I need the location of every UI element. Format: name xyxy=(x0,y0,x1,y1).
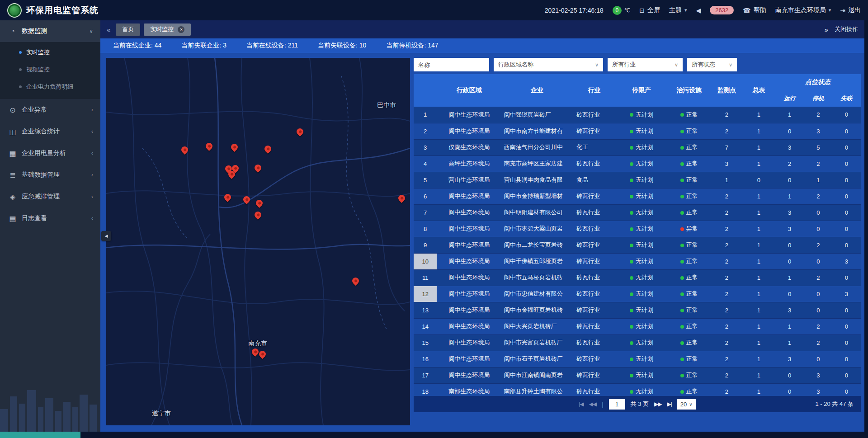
close-operations-button[interactable]: 关闭操作 xyxy=(835,25,858,33)
table-row[interactable]: 2阆中生态环境局阆中市南方节能建材有砖瓦行业无计划正常21030 xyxy=(414,123,861,139)
treatment-text: 正常 xyxy=(686,144,698,151)
status-dot-icon xyxy=(680,211,684,215)
status-dot-icon xyxy=(680,341,684,345)
cell-points: 2 xyxy=(711,204,743,221)
cell-company: 阆中千佛镇五郎垭页岩 xyxy=(501,253,573,269)
stat-item: 当前在线设备: 211 xyxy=(246,42,298,50)
logout-button[interactable]: ⇥ 退出 xyxy=(840,6,861,14)
table-row[interactable]: 17阆中生态环境局阆中市江南镇阆南页岩砖瓦行业无计划正常21030 xyxy=(414,367,861,383)
map-collapse-button[interactable]: ◀ xyxy=(101,231,111,241)
table-row[interactable]: 12阆中生态环境局阆中市忠信建材有限公砖瓦行业无计划正常21003 xyxy=(414,286,861,302)
table-row[interactable]: 1阆中生态环境局阆中强锐页岩砖厂砖瓦行业无计划正常21120 xyxy=(414,107,861,123)
tab-home[interactable]: 首页 xyxy=(116,24,140,36)
cell-meters: 1 xyxy=(743,334,775,351)
cell-company: 阆中市枣碧大梁山页岩 xyxy=(501,221,573,237)
cell-treatment: 正常 xyxy=(668,334,711,351)
page-number-input[interactable] xyxy=(609,399,625,410)
limit-text: 无计划 xyxy=(636,339,653,346)
table-row[interactable]: 14阆中生态环境局阆中大兴页岩机砖厂砖瓦行业无计划正常21120 xyxy=(414,318,861,334)
page-size-select[interactable]: 20 ∨ xyxy=(677,399,696,410)
cell-run: 3 xyxy=(775,221,804,237)
logout-icon: ⇥ xyxy=(840,7,845,14)
cell-treatment: 正常 xyxy=(668,269,711,286)
tab-realtime-monitor[interactable]: 实时监控 × xyxy=(144,24,191,36)
sidebar-item-realtime-monitor[interactable]: 实时监控 xyxy=(0,44,100,61)
first-page-button[interactable]: |◀ xyxy=(579,401,583,407)
cell-limit: 无计划 xyxy=(616,367,668,383)
table-body: 1阆中生态环境局阆中强锐页岩砖厂砖瓦行业无计划正常211202阆中生态环境局阆中… xyxy=(414,107,861,396)
cell-meters: 1 xyxy=(743,237,775,253)
row-index: 2 xyxy=(414,123,437,139)
cell-treatment: 正常 xyxy=(668,155,711,172)
status-dot-icon xyxy=(630,195,633,198)
table-row[interactable]: 5营山生态环境局营山县润丰肉食品有限食品无计划正常10010 xyxy=(414,172,861,188)
prev-page-button[interactable]: ◀◀ xyxy=(589,401,596,407)
sidebar-group-company-abnormal[interactable]: ⊙企业异常‹ xyxy=(0,99,100,121)
cell-meters: 1 xyxy=(743,123,775,139)
cell-run: 1 xyxy=(775,188,804,204)
status-dot-icon xyxy=(680,113,684,117)
table-row[interactable]: 11阆中生态环境局阆中市五马桥页岩机砖砖瓦行业无计划正常21120 xyxy=(414,269,861,286)
cell-stop: 0 xyxy=(804,302,832,318)
map[interactable]: ◀ 巴中市南充市遂宁市 xyxy=(106,58,410,425)
sidebar-group-emergency-mgmt[interactable]: ◈应急减排管理‹ xyxy=(0,186,100,207)
sidebar-group-base-data-mgmt[interactable]: ≣基础数据管理‹ xyxy=(0,164,100,186)
cell-region: 阆中生态环境局 xyxy=(437,123,501,139)
sidebar-group-company-statistics[interactable]: ◫企业综合统计‹ xyxy=(0,121,100,142)
table-row[interactable]: 13阆中生态环境局阆中市金福旺页岩机砖砖瓦行业无计划正常21300 xyxy=(414,302,861,318)
sidebar-group-data-monitoring[interactable]: ◔数据监测∨ xyxy=(0,20,100,42)
close-icon[interactable]: × xyxy=(178,26,184,33)
cell-region: 高坪生态环境局 xyxy=(437,155,501,172)
cell-stop: 0 xyxy=(804,253,832,269)
status-dot-icon xyxy=(630,358,633,361)
app-root: 环保用电监管系统 2021-02-25 17:46:18 0 ℃ ⊡ 全屏 主题… xyxy=(0,0,868,438)
sidebar-group-log-view[interactable]: ▤日志查看‹ xyxy=(0,207,100,229)
name-filter-input[interactable] xyxy=(414,58,489,71)
sidebar-item-video-monitor[interactable]: 视频监控 xyxy=(0,61,100,78)
treatment-text: 正常 xyxy=(686,160,698,167)
cell-run: 1 xyxy=(775,107,804,123)
status-filter-select[interactable]: 所有状态 ∨ xyxy=(687,58,737,71)
table-row[interactable]: 15阆中生态环境局阆中市光富页岩机砖厂砖瓦行业无计划正常21120 xyxy=(414,334,861,351)
announcement-icon[interactable]: ◀ xyxy=(696,7,701,14)
sidebar-group-power-usage-analysis[interactable]: ▦企业用电量分析‹ xyxy=(0,142,100,164)
table-row[interactable]: 8阆中生态环境局阆中市枣碧大梁山页岩砖瓦行业无计划异常21300 xyxy=(414,221,861,237)
table-row[interactable]: 9阆中生态环境局阆中市二龙长宝页岩砖砖瓦行业无计划正常21020 xyxy=(414,237,861,253)
region-filter-select[interactable]: 行政区域名称 ∨ xyxy=(494,58,603,71)
status-dot-icon xyxy=(680,390,684,394)
table-row[interactable]: 6阆中生态环境局阆中市金博瑞新型墙材砖瓦行业无计划正常21120 xyxy=(414,188,861,204)
stat-label: 当前停机设备: xyxy=(386,42,428,49)
alert-icon: ⊙ xyxy=(7,106,18,114)
table-row[interactable]: 7阆中生态环境局阆中明阳建材有限公司砖瓦行业无计划正常21300 xyxy=(414,204,861,221)
row-index: 13 xyxy=(414,302,437,318)
cell-lost: 0 xyxy=(832,204,861,221)
cell-industry: 砖瓦行业 xyxy=(573,286,616,302)
industry-filter-select[interactable]: 所有行业 ∨ xyxy=(608,58,683,71)
next-page-button[interactable]: ▶▶ xyxy=(654,401,661,407)
table-row[interactable]: 18南部生态环境局南部县升钟土陶有限公砖瓦行业无计划正常21030 xyxy=(414,383,861,396)
tabs-scroll-left-button[interactable]: « xyxy=(107,26,110,33)
theme-dropdown[interactable]: 主题 ▾ xyxy=(669,6,687,14)
cell-meters: 1 xyxy=(743,383,775,396)
help-button[interactable]: ☎ 帮助 xyxy=(743,6,766,14)
region-filter-value: 行政区域名称 xyxy=(498,61,533,69)
cell-run: 0 xyxy=(775,383,804,396)
header-status-group: 点位状态 xyxy=(775,74,861,90)
stat-label: 当前失联设备: xyxy=(318,42,359,49)
last-page-button[interactable]: ▶| xyxy=(667,401,672,407)
status-dot-icon xyxy=(630,113,633,117)
sidebar-item-power-load-detail[interactable]: 企业电力负荷明细 xyxy=(0,78,100,95)
table-row[interactable]: 4高坪生态环境局南充市高坪区王家店建砖瓦行业无计划正常31220 xyxy=(414,155,861,172)
table-row[interactable]: 10阆中生态环境局阆中千佛镇五郎垭页岩砖瓦行业无计划正常21003 xyxy=(414,253,861,269)
notification-count-badge[interactable]: 2632 xyxy=(710,6,734,14)
stat-label: 当前在线设备: xyxy=(246,42,288,49)
table-row[interactable]: 3仪陇生态环境局西南油气田分公司川中化工无计划正常71350 xyxy=(414,139,861,155)
fullscreen-button[interactable]: ⊡ 全屏 xyxy=(639,6,660,14)
org-dropdown[interactable]: 南充市生态环境局 ▾ xyxy=(775,6,831,14)
table-row[interactable]: 16阆中生态环境局阆中市石子页岩机砖厂砖瓦行业无计划正常21300 xyxy=(414,351,861,367)
cell-limit: 无计划 xyxy=(616,269,668,286)
cell-company: 南充市高坪区王家店建 xyxy=(501,155,573,172)
cell-treatment: 正常 xyxy=(668,351,711,367)
treatment-text: 正常 xyxy=(686,306,698,313)
tabs-scroll-right-button[interactable]: » xyxy=(825,26,828,33)
